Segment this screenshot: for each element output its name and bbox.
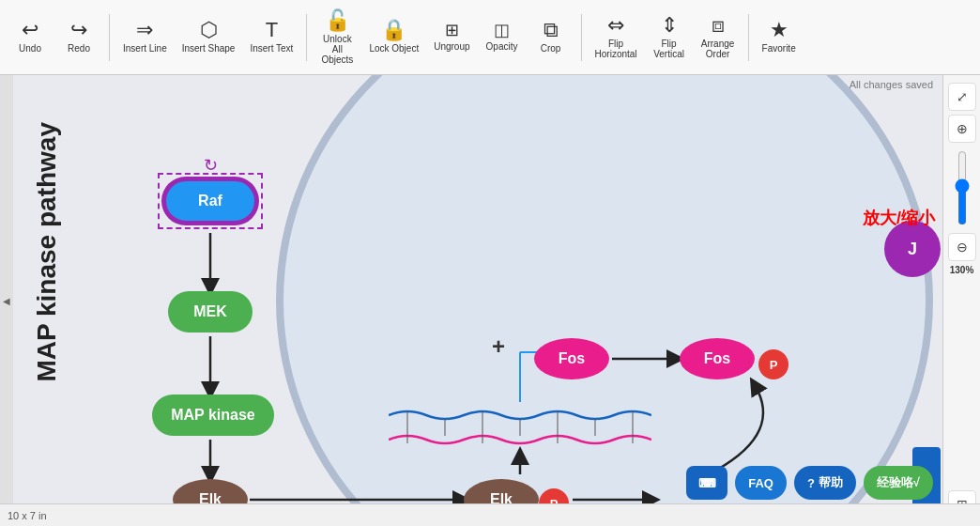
insert-line-label: Insert Line — [123, 43, 167, 54]
divider-4 — [748, 14, 749, 61]
arrange-order-button[interactable]: ⧈ ArrangeOrder — [696, 11, 741, 63]
lock-object-button[interactable]: 🔒 Lock Object — [363, 16, 424, 58]
node-fos-mid[interactable]: Fos — [534, 338, 609, 379]
zoom-in-button[interactable]: ⊕ — [948, 115, 976, 143]
insert-text-label: Insert Text — [250, 43, 293, 54]
zoom-slider[interactable] — [953, 150, 972, 225]
flip-vertical-button[interactable]: ⇕ FlipVertical — [647, 11, 692, 63]
arrange-order-icon: ⧈ — [712, 15, 725, 36]
insert-text-button[interactable]: T Insert Text — [244, 16, 299, 58]
flip-horizontal-label: FlipHorizontal — [595, 39, 637, 59]
zoom-percent-label: 130% — [950, 265, 974, 275]
ungroup-icon: ⊞ — [445, 22, 459, 39]
undo-label: Undo — [19, 43, 41, 54]
help-button[interactable]: ? 帮助 — [794, 466, 856, 500]
ungroup-button[interactable]: ⊞ Ungroup — [428, 18, 475, 56]
undo-button[interactable]: ↩ Undo — [8, 16, 53, 58]
insert-shape-button[interactable]: ⬡ Insert Shape — [176, 16, 241, 58]
insert-text-icon: T — [266, 20, 278, 40]
node-raf[interactable]: Raf — [163, 178, 257, 224]
opacity-icon: ◫ — [494, 22, 510, 39]
flip-vertical-icon: ⇕ — [661, 15, 678, 36]
zoom-out-button[interactable]: ⊖ — [948, 233, 976, 261]
insert-line-button[interactable]: ⇒ Insert Line — [117, 16, 173, 58]
redo-label: Redo — [68, 43, 90, 54]
insert-line-icon: ⇒ — [136, 20, 153, 40]
question-icon: ? — [807, 476, 815, 490]
insert-shape-icon: ⬡ — [200, 20, 218, 40]
opacity-button[interactable]: ◫ Opacity — [480, 18, 525, 56]
node-map-kinase[interactable]: MAP kinase — [152, 394, 274, 436]
dna-helix — [389, 404, 651, 451]
node-fos-right[interactable]: Fos — [680, 338, 755, 379]
insert-shape-label: Insert Shape — [182, 43, 236, 54]
divider-2 — [306, 14, 307, 61]
unlock-all-button[interactable]: 🔓 UnlockAllObjects — [314, 7, 360, 69]
flip-horizontal-button[interactable]: ⇔ FlipHorizontal — [590, 11, 643, 63]
cell-background — [276, 75, 933, 526]
right-toolbar: ⤢ ⊕ ⊖ 130% ⊞ — [942, 75, 980, 526]
keyboard-icon: ⌨ — [698, 476, 716, 490]
divider-3 — [581, 14, 582, 61]
canvas-area[interactable]: All changes saved MAP kinase pathway ↻ — [13, 75, 980, 526]
arrange-order-label: ArrangeOrder — [701, 39, 735, 59]
redo-icon: ↪ — [70, 20, 87, 40]
crop-icon: ⧉ — [544, 20, 559, 40]
redo-button[interactable]: ↪ Redo — [56, 16, 101, 58]
partial-circle-node[interactable]: J — [884, 221, 941, 277]
lock-icon: 🔒 — [381, 20, 406, 40]
flip-horizontal-icon: ⇔ — [607, 15, 624, 36]
saved-text: All changes saved — [850, 79, 933, 90]
opacity-label: Opacity — [486, 41, 518, 53]
favorite-label: Favorite — [762, 43, 796, 54]
crop-label: Crop — [541, 43, 561, 54]
plus-sign: + — [492, 333, 505, 360]
divider-1 — [109, 14, 110, 61]
pathway-label: MAP kinase pathway — [32, 122, 62, 381]
node-mek[interactable]: MEK — [168, 291, 253, 333]
jingyanla-button[interactable]: 经验咯√ — [864, 466, 933, 500]
left-collapse-panel[interactable]: ◀ — [0, 75, 13, 526]
unlock-icon: 🔓 — [325, 10, 350, 31]
zoom-tooltip: 放大/缩小 — [863, 207, 935, 229]
rotate-handle[interactable]: ↻ — [204, 155, 218, 176]
unlock-all-label: UnlockAllObjects — [321, 34, 353, 65]
bottom-buttons: ⌨ FAQ ? 帮助 经验咯√ — [686, 466, 933, 500]
fullscreen-button[interactable]: ⤢ — [948, 83, 976, 111]
keyboard-button[interactable]: ⌨ — [686, 466, 727, 500]
left-panel-arrow: ◀ — [2, 296, 12, 306]
main-area: ◀ All changes saved MAP kinase pathway ↻ — [0, 75, 980, 526]
favorite-icon: ★ — [770, 20, 789, 40]
flip-vertical-label: FlipVertical — [653, 39, 684, 59]
ungroup-label: Ungroup — [434, 41, 469, 53]
faq-button[interactable]: FAQ — [735, 466, 787, 500]
toolbar: ↩ Undo ↪ Redo ⇒ Insert Line ⬡ Insert Sha… — [0, 0, 980, 75]
lock-object-label: Lock Object — [369, 43, 419, 54]
crop-button[interactable]: ⧉ Crop — [528, 16, 574, 58]
favorite-button[interactable]: ★ Favorite — [757, 16, 802, 58]
zoom-slider-container — [953, 150, 972, 225]
undo-icon: ↩ — [22, 20, 38, 40]
status-bar: 10 x 7 in — [0, 503, 980, 526]
node-p-fos[interactable]: P — [758, 349, 789, 379]
dimensions-label: 10 x 7 in — [8, 510, 47, 521]
